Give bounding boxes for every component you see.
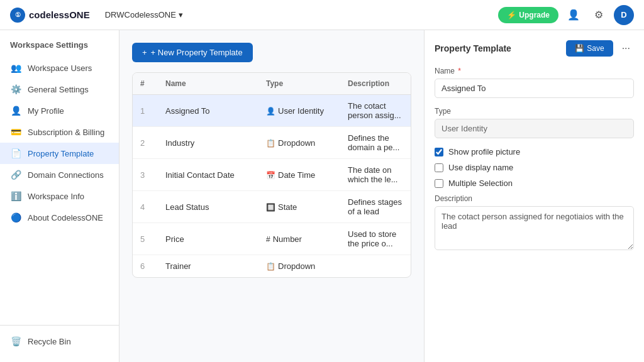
settings-icon-button[interactable]: ⚙: [589, 5, 609, 25]
sidebar-item-property-template[interactable]: 📄 Property Template: [0, 143, 119, 164]
cell-num: 4: [133, 191, 158, 223]
recycle-bin-icon: 🗑️: [10, 336, 21, 346]
property-table: # Name Type Description 1 Assigned To 👤U…: [132, 72, 411, 278]
cell-name: Price: [158, 223, 258, 255]
sidebar-item-my-profile[interactable]: 👤 My Profile: [0, 100, 119, 121]
name-input[interactable]: [435, 79, 634, 98]
cell-name: Lead Status: [158, 191, 258, 223]
cell-name: Trainer: [158, 255, 258, 278]
more-options-button[interactable]: ···: [618, 41, 634, 55]
sidebar-item-workspace-users[interactable]: 👥 Workspace Users: [0, 57, 119, 79]
cell-description: The cotact person assig...: [340, 95, 411, 127]
gear-icon: ⚙️: [10, 84, 21, 94]
table-row[interactable]: 4 Lead Status 🔲State Defines stages of a…: [133, 191, 411, 223]
description-label: Description: [435, 194, 634, 203]
sidebar-item-recycle-bin[interactable]: 🗑️ Recycle Bin: [0, 331, 119, 352]
table-row[interactable]: 3 Initial Contact Date 📅Date Time The da…: [133, 159, 411, 191]
topnav: ① codelessONE DRWCodelessONE ▾ ⚡ Upgrade…: [0, 0, 644, 30]
template-icon: 📄: [10, 148, 21, 158]
lightning-icon: ⚡: [507, 11, 516, 19]
table-row[interactable]: 2 Industry 📋Dropdown Defines the domain …: [133, 127, 411, 159]
save-icon: 💾: [575, 44, 584, 53]
description-textarea[interactable]: [435, 206, 634, 250]
col-header-name: Name: [158, 73, 258, 95]
sidebar-item-subscription-billing[interactable]: 💳 Subscription & Billing: [0, 121, 119, 143]
avatar-button[interactable]: D: [614, 5, 634, 25]
upgrade-button[interactable]: ⚡ Upgrade: [498, 7, 558, 23]
cell-description: Used to store the price o...: [340, 223, 411, 255]
col-header-num: #: [133, 73, 158, 95]
sidebar-label-workspace-users: Workspace Users: [28, 63, 92, 73]
logo-icon: ①: [10, 8, 25, 23]
show-profile-picture-label: Show profile picture: [448, 147, 520, 156]
new-property-template-button[interactable]: + + New Property Template: [132, 43, 253, 62]
cell-type: 👤User Identity: [258, 95, 340, 127]
panel-actions: 💾 Save ···: [566, 40, 634, 57]
cell-num: 1: [133, 95, 158, 127]
sidebar-label-my-profile: My Profile: [28, 106, 64, 116]
use-display-name-checkbox[interactable]: [435, 163, 443, 172]
sidebar-item-general-settings[interactable]: ⚙️ General Settings: [0, 79, 119, 100]
name-required-indicator: *: [458, 67, 461, 75]
link-icon: 🔗: [10, 170, 21, 180]
save-label: Save: [587, 44, 604, 53]
profile-icon: 👤: [10, 106, 21, 116]
col-header-type: Type: [258, 73, 340, 95]
cell-description: Defines the domain a pe...: [340, 127, 411, 159]
panel-header: Property Template 💾 Save ···: [435, 40, 634, 57]
sidebar-label-property-template: Property Template: [28, 149, 94, 158]
info-icon: ℹ️: [10, 191, 21, 201]
cell-name: Industry: [158, 127, 258, 159]
new-button-label: + New Property Template: [151, 48, 243, 57]
workspace-selector[interactable]: DRWCodelessONE ▾: [100, 8, 188, 22]
sidebar-label-domain-connections: Domain Connections: [28, 170, 104, 180]
type-label: Type: [435, 107, 634, 116]
sidebar-label-subscription-billing: Subscription & Billing: [28, 128, 104, 137]
sidebar-item-domain-connections[interactable]: 🔗 Domain Connections: [0, 164, 119, 185]
sidebar-title: Workspace Settings: [0, 40, 119, 57]
sidebar-label-recycle-bin: Recycle Bin: [28, 337, 71, 346]
sidebar-bottom: 🗑️ Recycle Bin: [0, 325, 119, 352]
use-display-name-label: Use display name: [448, 163, 513, 172]
right-panel: Property Template 💾 Save ··· Name * Type…: [424, 30, 644, 362]
use-display-name-group[interactable]: Use display name: [435, 163, 634, 172]
users-icon-button[interactable]: 👤: [564, 5, 584, 25]
users-icon: 👥: [10, 63, 21, 73]
description-field-group: Description: [435, 194, 634, 252]
cell-description: The date on which the le...: [340, 159, 411, 191]
table-row[interactable]: 5 Price #Number Used to store the price …: [133, 223, 411, 255]
sidebar-item-workspace-info[interactable]: ℹ️ Workspace Info: [0, 185, 119, 207]
billing-icon: 💳: [10, 127, 21, 137]
table-row[interactable]: 6 Trainer 📋Dropdown: [133, 255, 411, 278]
cell-name: Initial Contact Date: [158, 159, 258, 191]
name-field-group: Name *: [435, 67, 634, 98]
upgrade-label: Upgrade: [519, 11, 550, 19]
multiple-selection-label: Multiple Selection: [448, 178, 513, 188]
cell-type: 📋Dropdown: [258, 255, 340, 278]
sidebar-label-general-settings: General Settings: [28, 85, 89, 94]
multiple-selection-group[interactable]: Multiple Selection: [435, 178, 634, 188]
topnav-right: ⚡ Upgrade 👤 ⚙ D: [498, 5, 634, 25]
cell-num: 5: [133, 223, 158, 255]
logo: ① codelessONE: [10, 8, 90, 23]
save-button[interactable]: 💾 Save: [566, 40, 613, 57]
plus-icon: +: [142, 48, 147, 57]
cell-num: 3: [133, 159, 158, 191]
cell-description: Defines stages of a lead: [340, 191, 411, 223]
content-area: + + New Property Template # Name Type De…: [119, 30, 424, 362]
type-field-group: Type: [435, 107, 634, 138]
main-layout: Workspace Settings 👥 Workspace Users ⚙️ …: [0, 30, 644, 362]
show-profile-picture-checkbox[interactable]: [435, 148, 443, 156]
multiple-selection-checkbox[interactable]: [435, 179, 443, 188]
cell-type: #Number: [258, 223, 340, 255]
sidebar-item-about-codelessone[interactable]: 🔵 About CodelessONE: [0, 207, 119, 228]
cell-name: Assigned To: [158, 95, 258, 127]
workspace-name: DRWCodelessONE: [105, 10, 176, 19]
sidebar-label-about-codelessone: About CodelessONE: [28, 213, 103, 222]
sidebar-label-workspace-info: Workspace Info: [28, 192, 84, 201]
cell-type: 🔲State: [258, 191, 340, 223]
table-row[interactable]: 1 Assigned To 👤User Identity The cotact …: [133, 95, 411, 127]
col-header-description: Description: [340, 73, 411, 95]
show-profile-picture-group[interactable]: Show profile picture: [435, 147, 634, 156]
cell-num: 2: [133, 127, 158, 159]
